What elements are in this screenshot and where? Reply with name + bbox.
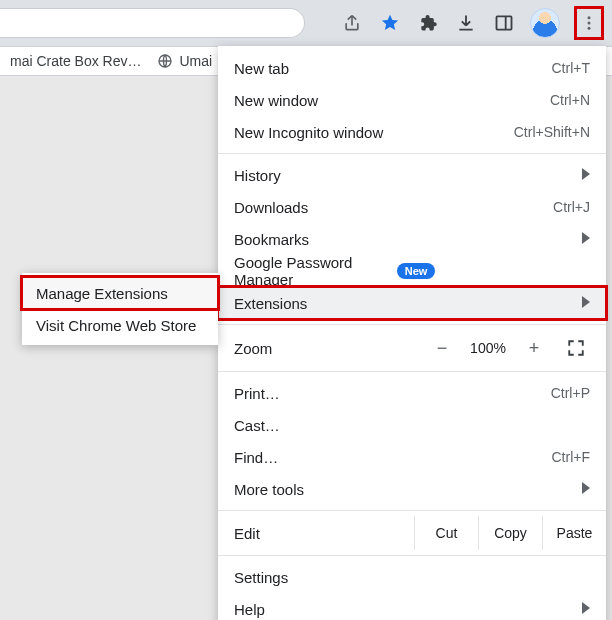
fullscreen-icon[interactable] — [562, 334, 590, 362]
menu-new-tab[interactable]: New tab Ctrl+T — [218, 52, 606, 84]
menu-label: Google Password Manager — [234, 254, 389, 288]
menu-extensions[interactable]: Extensions — [218, 287, 606, 319]
menu-shortcut: Ctrl+J — [553, 199, 590, 215]
kebab-menu-highlight — [574, 6, 604, 40]
menu-help[interactable]: Help — [218, 593, 606, 620]
download-icon[interactable] — [454, 11, 478, 35]
menu-label: Settings — [234, 569, 590, 586]
menu-find[interactable]: Find… Ctrl+F — [218, 441, 606, 473]
chevron-right-icon — [582, 231, 590, 247]
chevron-right-icon — [582, 481, 590, 497]
bookmark-label: Umai — [179, 53, 212, 69]
divider — [218, 324, 606, 325]
globe-icon — [157, 53, 173, 69]
menu-shortcut: Ctrl+N — [550, 92, 590, 108]
divider — [218, 510, 606, 511]
submenu-label: Manage Extensions — [36, 285, 168, 302]
menu-label: History — [234, 167, 582, 184]
svg-point-3 — [588, 22, 591, 25]
address-bar[interactable] — [0, 8, 305, 38]
menu-new-incognito[interactable]: New Incognito window Ctrl+Shift+N — [218, 116, 606, 148]
edit-cut[interactable]: Cut — [414, 516, 478, 550]
menu-downloads[interactable]: Downloads Ctrl+J — [218, 191, 606, 223]
menu-shortcut: Ctrl+Shift+N — [514, 124, 590, 140]
menu-new-window[interactable]: New window Ctrl+N — [218, 84, 606, 116]
zoom-value: 100% — [460, 340, 516, 356]
menu-password-manager[interactable]: Google Password Manager New — [218, 255, 606, 287]
edit-copy[interactable]: Copy — [478, 516, 542, 550]
extensions-submenu: Manage Extensions Visit Chrome Web Store — [22, 273, 218, 345]
svg-rect-0 — [497, 16, 512, 29]
submenu-label: Visit Chrome Web Store — [36, 317, 196, 334]
chevron-right-icon — [582, 167, 590, 183]
menu-more-tools[interactable]: More tools — [218, 473, 606, 505]
menu-label: Cast… — [234, 417, 590, 434]
puzzle-icon[interactable] — [416, 11, 440, 35]
menu-label: Bookmarks — [234, 231, 582, 248]
avatar-icon[interactable] — [530, 8, 560, 38]
chevron-right-icon — [582, 601, 590, 617]
menu-settings[interactable]: Settings — [218, 561, 606, 593]
menu-cast[interactable]: Cast… — [218, 409, 606, 441]
submenu-visit-web-store[interactable]: Visit Chrome Web Store — [22, 309, 218, 341]
zoom-out-button[interactable]: − — [424, 334, 460, 362]
menu-history[interactable]: History — [218, 159, 606, 191]
menu-print[interactable]: Print… Ctrl+P — [218, 377, 606, 409]
new-badge: New — [397, 263, 436, 279]
main-menu: New tab Ctrl+T New window Ctrl+N New Inc… — [218, 46, 606, 620]
submenu-manage-extensions[interactable]: Manage Extensions — [22, 277, 218, 309]
menu-label: New window — [234, 92, 550, 109]
divider — [218, 153, 606, 154]
menu-label: Downloads — [234, 199, 553, 216]
edit-paste[interactable]: Paste — [542, 516, 606, 550]
chevron-right-icon — [582, 295, 590, 311]
toolbar-icons — [340, 0, 604, 46]
share-icon[interactable] — [340, 11, 364, 35]
toolbar — [0, 0, 612, 46]
svg-point-2 — [588, 16, 591, 19]
divider — [218, 371, 606, 372]
menu-label: Find… — [234, 449, 552, 466]
menu-shortcut: Ctrl+F — [552, 449, 591, 465]
kebab-icon[interactable] — [580, 11, 598, 35]
sidepanel-icon[interactable] — [492, 11, 516, 35]
divider — [218, 555, 606, 556]
zoom-in-button[interactable]: + — [516, 334, 552, 362]
menu-label: New Incognito window — [234, 124, 514, 141]
edit-label: Edit — [234, 525, 414, 542]
menu-label: Extensions — [234, 295, 582, 312]
menu-zoom: Zoom − 100% + — [218, 330, 606, 366]
menu-shortcut: Ctrl+P — [551, 385, 590, 401]
menu-shortcut: Ctrl+T — [552, 60, 591, 76]
zoom-label: Zoom — [234, 340, 412, 357]
menu-bookmarks[interactable]: Bookmarks — [218, 223, 606, 255]
menu-label: New tab — [234, 60, 552, 77]
bookmark-label: mai Crate Box Rev… — [10, 53, 141, 69]
star-icon[interactable] — [378, 11, 402, 35]
bookmark-item[interactable]: mai Crate Box Rev… — [10, 53, 141, 69]
menu-edit: Edit Cut Copy Paste — [218, 516, 606, 550]
menu-label: More tools — [234, 481, 582, 498]
menu-label: Help — [234, 601, 582, 618]
bookmark-item[interactable]: Umai — [157, 53, 212, 69]
menu-label: Print… — [234, 385, 551, 402]
svg-point-4 — [588, 27, 591, 30]
